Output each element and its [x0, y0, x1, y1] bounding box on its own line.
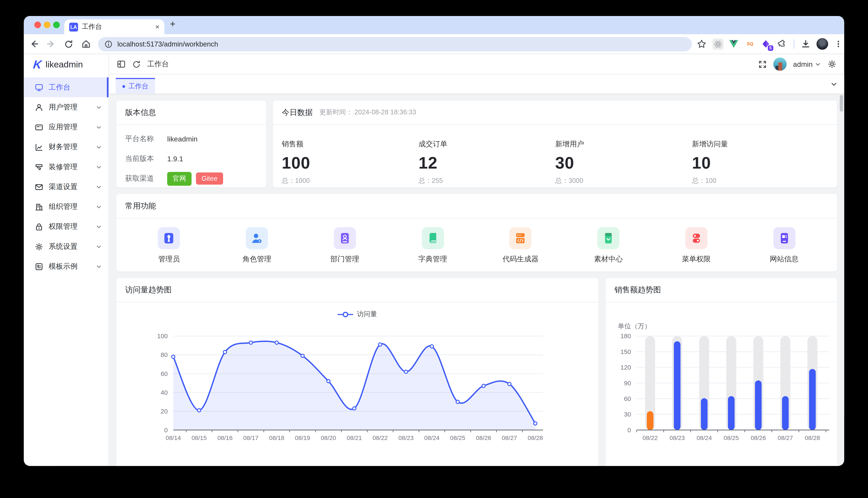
active-tag-dot [123, 85, 125, 88]
chevron-down-icon [96, 104, 102, 110]
svg-text:08/28: 08/28 [805, 434, 820, 441]
svg-text:08/26: 08/26 [751, 434, 766, 441]
function-material-center[interactable]: 素材中心 [564, 227, 652, 264]
chevron-down-icon [96, 164, 102, 170]
stat-sales: 销售额100总：1000 [282, 139, 310, 186]
content-scrollbar-thumb[interactable] [840, 95, 843, 112]
refresh-page-icon[interactable] [132, 60, 141, 68]
gem-extension-icon[interactable]: 5 [761, 38, 772, 50]
react-devtools-icon[interactable] [713, 38, 724, 50]
function-admin[interactable]: 管理员 [125, 227, 213, 264]
extension-row: SQ 5 [696, 38, 844, 50]
close-window-button[interactable] [34, 22, 41, 28]
material-icon [597, 227, 620, 249]
username-text: admin [793, 60, 813, 68]
site-info-icon[interactable] [105, 40, 112, 48]
sidebar-item-template-examples[interactable]: 模板示例 [24, 257, 108, 276]
today-card-title: 今日数据 [282, 107, 313, 118]
svg-text:08/25: 08/25 [450, 434, 465, 441]
toolbar-divider [794, 39, 794, 49]
update-time: 更新时间： 2024-08-28 18:36:33 [319, 108, 416, 117]
codegen-icon [509, 227, 532, 249]
logo-mark-icon: K [33, 58, 42, 71]
browser-toolbar: localhost:5173/admin/workbench SQ 5 [24, 34, 844, 54]
tab-title: 工作台 [82, 22, 151, 31]
tagbar-dropdown-icon[interactable] [830, 80, 838, 88]
main-area: 工作台 admin 工作台 版本信息 [109, 54, 844, 466]
app-logo[interactable]: K likeadmin [24, 54, 108, 75]
reload-icon[interactable] [62, 37, 76, 51]
sidebar-item-user-mgmt[interactable]: 用户管理 [24, 97, 108, 117]
svg-text:08/24: 08/24 [424, 434, 439, 441]
forward-icon[interactable] [44, 37, 58, 51]
tag-workbench[interactable]: 工作台 [116, 78, 155, 93]
back-icon[interactable] [27, 37, 41, 51]
svg-text:08/24: 08/24 [697, 434, 712, 441]
sales-trend-card: 销售额趋势图 单位（万） 030609012015018008/2208/230… [605, 278, 837, 466]
svg-text:08/14: 08/14 [166, 434, 181, 441]
official-site-button[interactable]: 官网 [167, 172, 192, 185]
tab-close-icon[interactable]: × [155, 23, 159, 30]
svg-text:90: 90 [624, 380, 631, 386]
building-icon [35, 202, 43, 211]
version-value: 1.9.1 [167, 155, 183, 163]
sidebar-item-channel-settings[interactable]: 渠道设置 [24, 177, 108, 197]
gem-badge: 5 [767, 44, 774, 51]
address-bar[interactable]: localhost:5173/admin/workbench [98, 37, 692, 51]
function-dict-mgmt[interactable]: 字典管理 [389, 227, 476, 264]
browser-profile-avatar[interactable] [817, 38, 828, 50]
user-avatar[interactable] [773, 57, 787, 70]
sq-extension-icon[interactable]: SQ [744, 38, 756, 50]
channel-label: 获取渠道 [125, 173, 167, 183]
gitee-button[interactable]: Gitee [196, 172, 223, 185]
chevron-down-icon [96, 124, 102, 130]
page-content: 版本信息 平台名称likeadmin 当前版本1.9.1 获取渠道 官网 Git… [109, 93, 844, 466]
minimize-window-button[interactable] [44, 22, 50, 28]
monitor-icon [35, 83, 43, 92]
bookmark-star-icon[interactable] [696, 38, 707, 50]
function-code-generator[interactable]: 代码生成器 [477, 227, 564, 264]
zoom-window-button[interactable] [53, 22, 60, 28]
svg-text:20: 20 [161, 408, 168, 415]
function-menu-permission[interactable]: 菜单权限 [652, 227, 740, 264]
svg-text:08/16: 08/16 [217, 434, 233, 441]
svg-text:08/22: 08/22 [642, 434, 658, 441]
svg-text:180: 180 [621, 332, 631, 340]
svg-text:08/27: 08/27 [778, 434, 793, 441]
browser-tab[interactable]: LA 工作台 × [64, 19, 164, 34]
fullscreen-icon[interactable] [758, 60, 767, 68]
sidebar-item-app-mgmt[interactable]: 应用管理 [24, 117, 108, 137]
function-role-mgmt[interactable]: 角色管理 [213, 227, 301, 264]
tab-favicon: LA [69, 23, 78, 31]
functions-card-title: 常用功能 [116, 194, 837, 218]
home-icon[interactable] [79, 37, 93, 51]
new-tab-button[interactable]: + [170, 19, 176, 30]
app-header: 工作台 admin [109, 54, 844, 75]
sidebar-item-workbench[interactable]: 工作台 [24, 77, 108, 97]
function-website-info[interactable]: 网站信息 [740, 227, 828, 264]
extensions-puzzle-icon[interactable] [777, 38, 788, 50]
browser-menu-icon[interactable] [833, 38, 844, 50]
sidebar-item-organization-mgmt[interactable]: 组织管理 [24, 197, 108, 217]
svg-text:08/23: 08/23 [398, 434, 413, 441]
sidebar-item-finance-mgmt[interactable]: 财务管理 [24, 137, 108, 157]
stat-new-visits: 新增访问量10总：100 [692, 139, 728, 186]
svg-text:40: 40 [161, 389, 168, 396]
sidebar-item-decoration-mgmt[interactable]: 装修管理 [24, 157, 108, 177]
sidebar-item-permission-mgmt[interactable]: 权限管理 [24, 217, 108, 236]
svg-text:08/18: 08/18 [269, 434, 284, 441]
function-dept-mgmt[interactable]: 部门管理 [301, 227, 389, 264]
sidebar-item-system-settings[interactable]: 系统设置 [24, 237, 108, 257]
svg-text:60: 60 [624, 395, 631, 402]
svg-text:08/15: 08/15 [192, 434, 207, 441]
downloads-icon[interactable] [801, 38, 812, 50]
version-label: 当前版本 [125, 154, 167, 163]
settings-gear-icon[interactable] [828, 60, 837, 68]
platform-value: likeadmin [167, 135, 197, 143]
chart-icon [35, 143, 43, 151]
collapse-sidebar-icon[interactable] [117, 60, 126, 68]
user-menu[interactable]: admin [793, 60, 821, 68]
svg-text:08/25: 08/25 [724, 434, 739, 441]
chevron-down-icon [815, 61, 821, 67]
vue-devtools-icon[interactable] [729, 38, 740, 50]
